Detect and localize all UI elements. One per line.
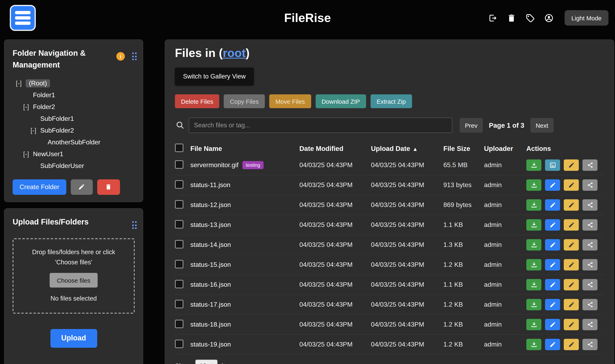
collapse-toggle[interactable]: [-] [16, 80, 26, 87]
column-header-date-modified[interactable]: Date Modified [299, 145, 371, 153]
search-input[interactable] [189, 117, 452, 133]
rename-button[interactable] [564, 339, 579, 350]
download-button[interactable] [526, 159, 541, 171]
download-button[interactable] [526, 239, 541, 250]
upload-button[interactable]: Upload [50, 329, 97, 348]
edit-button[interactable] [545, 199, 560, 211]
collapse-toggle[interactable]: [-] [30, 127, 40, 134]
download-button[interactable] [526, 259, 541, 271]
light-mode-button[interactable]: Light Mode [564, 10, 608, 26]
create-folder-button[interactable]: Create Folder [13, 179, 66, 195]
rename-button[interactable] [564, 179, 579, 191]
column-header-upload-date[interactable]: Upload Date▲ [371, 145, 443, 153]
switch-gallery-view-button[interactable]: Switch to Gallery View [175, 67, 254, 85]
prev-page-button[interactable]: Prev [460, 118, 483, 133]
download-button[interactable] [526, 279, 541, 290]
next-page-button[interactable]: Next [530, 118, 554, 133]
edit-button[interactable] [545, 299, 560, 310]
collapse-toggle[interactable]: [-] [23, 151, 33, 158]
row-checkbox[interactable] [175, 180, 183, 189]
table-row[interactable]: status-15.json 04/03/25 04:43PM 04/03/25… [175, 255, 604, 275]
logout-icon[interactable] [488, 13, 497, 23]
row-checkbox[interactable] [175, 220, 183, 228]
edit-button[interactable] [545, 179, 560, 191]
row-checkbox[interactable] [175, 260, 183, 268]
user-account-icon[interactable] [544, 13, 554, 23]
download-zip-button[interactable]: Download ZIP [315, 94, 366, 108]
row-checkbox[interactable] [175, 240, 183, 248]
download-button[interactable] [526, 199, 541, 211]
rename-button[interactable] [564, 219, 579, 231]
choose-files-button[interactable]: Choose files [49, 273, 98, 287]
items-per-page-select[interactable]: 10 [195, 360, 218, 364]
edit-button[interactable] [545, 219, 560, 231]
file-dropzone[interactable]: Drop files/folders here or click 'Choose… [13, 238, 135, 313]
tree-item-folder1[interactable]: Folder1 [13, 90, 135, 101]
share-button[interactable] [582, 239, 598, 250]
delete-folder-button[interactable] [97, 179, 120, 195]
share-button[interactable] [582, 279, 598, 290]
drag-handle-icon[interactable] [132, 221, 137, 229]
tag-icon[interactable] [525, 13, 535, 23]
share-button[interactable] [582, 299, 598, 310]
edit-button[interactable] [545, 319, 560, 330]
download-button[interactable] [526, 319, 541, 330]
preview-button[interactable] [545, 159, 560, 171]
rename-button[interactable] [564, 239, 579, 250]
rename-button[interactable] [564, 279, 579, 290]
table-row[interactable]: status-18.json 04/03/25 04:43PM 04/03/25… [175, 315, 604, 335]
share-button[interactable] [582, 259, 598, 271]
edit-button[interactable] [545, 339, 560, 350]
tree-item-newuser1[interactable]: [-] NewUser1 [13, 148, 135, 160]
tree-item-subfolder1[interactable]: SubFolder1 [13, 113, 135, 125]
tree-item-subfolder2[interactable]: [-] SubFolder2 [13, 125, 135, 137]
info-icon[interactable]: i [116, 52, 125, 61]
row-checkbox[interactable] [175, 200, 183, 208]
table-row[interactable]: status-14.json 04/03/25 04:43PM 04/03/25… [175, 235, 604, 255]
rename-button[interactable] [564, 299, 579, 310]
rename-folder-button[interactable] [71, 179, 93, 195]
copy-files-button[interactable]: Copy Files [224, 94, 265, 108]
table-row[interactable]: status-13.json 04/03/25 04:43PM 04/03/25… [175, 215, 604, 235]
table-row[interactable]: status-17.json 04/03/25 04:43PM 04/03/25… [175, 295, 604, 315]
row-checkbox[interactable] [175, 299, 183, 308]
delete-files-button[interactable]: Delete Files [175, 94, 219, 108]
share-button[interactable] [582, 219, 598, 231]
select-all-checkbox[interactable] [175, 143, 183, 152]
root-folder-link[interactable]: root [223, 46, 246, 59]
table-row[interactable]: status-16.json 04/03/25 04:43PM 04/03/25… [175, 275, 604, 295]
edit-button[interactable] [545, 239, 560, 250]
move-files-button[interactable]: Move Files [269, 94, 311, 108]
download-button[interactable] [526, 299, 541, 310]
share-button[interactable] [582, 179, 598, 191]
share-button[interactable] [582, 339, 598, 350]
row-checkbox[interactable] [175, 160, 183, 169]
tree-item-subfolderuser[interactable]: SubFolderUser [13, 160, 135, 172]
trash-icon[interactable] [507, 13, 516, 23]
table-row[interactable]: servermonitor.giftesting 04/03/25 04:43P… [175, 155, 604, 175]
column-header-file-size[interactable]: File Size [443, 145, 484, 153]
row-checkbox[interactable] [175, 280, 183, 288]
download-button[interactable] [526, 339, 541, 350]
app-logo-icon[interactable] [10, 5, 36, 31]
share-button[interactable] [582, 199, 598, 211]
row-checkbox[interactable] [175, 339, 183, 348]
tree-item-folder2[interactable]: [-] Folder2 [13, 101, 135, 113]
share-button[interactable] [582, 319, 598, 330]
table-row[interactable]: status-11.json 04/03/25 04:43PM 04/03/25… [175, 175, 604, 195]
rename-button[interactable] [564, 259, 579, 271]
edit-button[interactable] [545, 259, 560, 271]
tree-item-anothersubfolder[interactable]: AnotherSubFolder [13, 137, 135, 148]
rename-button[interactable] [564, 199, 579, 211]
column-header-file-name[interactable]: File Name [190, 145, 299, 153]
table-row[interactable]: status-12.json 04/03/25 04:43PM 04/03/25… [175, 195, 604, 215]
drag-handle-icon[interactable] [132, 52, 137, 60]
tree-item-root[interactable]: [-] (Root) [13, 78, 135, 90]
download-button[interactable] [526, 219, 541, 231]
row-checkbox[interactable] [175, 319, 183, 328]
extract-zip-button[interactable]: Extract Zip [371, 94, 412, 108]
column-header-uploader[interactable]: Uploader [484, 145, 526, 153]
collapse-toggle[interactable]: [-] [23, 104, 33, 111]
table-row[interactable]: status-19.json 04/03/25 04:43PM 04/03/25… [175, 335, 604, 355]
share-button[interactable] [582, 159, 598, 171]
